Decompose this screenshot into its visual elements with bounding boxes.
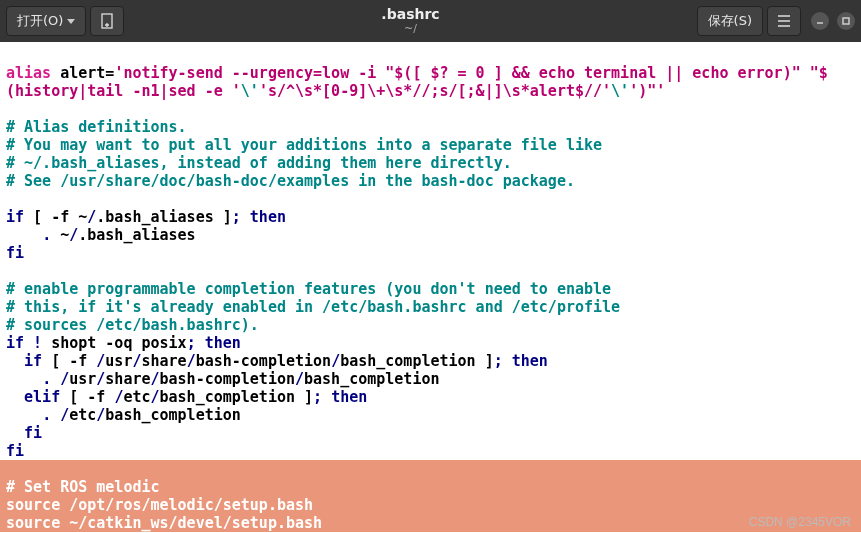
str: ')"' [629,82,665,100]
dot: . [42,226,51,244]
str: (history|tail -n1|sed -e ' [6,82,241,100]
text [6,352,24,370]
kw-if: if [6,208,24,226]
slash: / [69,226,78,244]
text: etc [123,388,150,406]
menu-button[interactable] [767,6,801,36]
text: [ -f [42,352,96,370]
kw-then: then [250,208,286,226]
titlebar: 打开(O) .bashrc ~/ 保存(S) [0,0,861,42]
watermark: CSDN @2345VOR [749,515,851,529]
text: ~ [51,226,69,244]
slash: / [87,208,96,226]
slash: / [96,370,105,388]
comment: # Alias definitions. [6,118,187,136]
window-controls [811,12,855,30]
slash: / [169,514,178,532]
text: catkin_ws [87,514,168,532]
text: setup.bash [232,514,322,532]
slash: / [96,406,105,424]
text: alert= [51,64,114,82]
esc: \' [611,82,629,100]
comment: # You may want to put all your additions… [6,136,602,154]
open-label: 打开(O) [17,12,63,30]
hamburger-icon [777,15,791,27]
maximize-button[interactable] [837,12,855,30]
slash: / [96,352,105,370]
open-button[interactable]: 打开(O) [6,6,86,36]
text: [ -f [60,388,114,406]
comment: # See /usr/share/doc/bash-doc/examples i… [6,172,575,190]
text: .bash_aliases [78,226,195,244]
text: usr [105,352,132,370]
svg-rect-1 [843,18,849,24]
slash: / [295,370,304,388]
kw-then: then [205,334,241,352]
kw-fi: fi [6,442,24,460]
dot: . [42,370,51,388]
slash: / [187,352,196,370]
maximize-icon [842,17,850,25]
text [51,370,60,388]
kw-source: source [6,496,60,514]
text: .bash_aliases ] [96,208,231,226]
slash: / [151,388,160,406]
str: 'notify-send --urgency=low -i "$([ $? = … [114,64,827,82]
comment: # this, if it's already enabled in /etc/… [6,298,620,316]
text: bash_completion [105,406,240,424]
text [6,388,24,406]
text: usr [69,370,96,388]
text [51,406,60,424]
slash: / [214,496,223,514]
save-button[interactable]: 保存(S) [697,6,763,36]
comment: # Set ROS melodic [6,478,160,496]
text [6,424,24,442]
text: melodic [151,496,214,514]
slash: / [331,352,340,370]
kw-fi: fi [6,244,24,262]
slash: / [141,496,150,514]
semi: ; [232,208,241,226]
text [60,496,69,514]
minimize-button[interactable] [811,12,829,30]
kw-if: if [24,352,42,370]
kw-elif: elif [24,388,60,406]
text: etc [69,406,96,424]
editor-content[interactable]: alias alert='notify-send --urgency=low -… [0,42,861,532]
kw-alias: alias [6,64,51,82]
text: share [141,352,186,370]
text: -oq posix [105,334,186,352]
slash: / [223,514,232,532]
text: bash-completion [196,352,331,370]
text [6,226,42,244]
semi: ; [187,334,196,352]
text: setup.bash [223,496,313,514]
new-document-button[interactable] [90,6,124,36]
text: share [105,370,150,388]
document-icon [100,13,114,29]
slash: / [151,370,160,388]
save-label: 保存(S) [708,12,752,30]
bang: ! [33,334,42,352]
comment: # enable programmable completion feature… [6,280,611,298]
text: ~ [60,514,78,532]
dot: . [42,406,51,424]
highlighted-block: # Set ROS melodic source /opt/ros/melodi… [0,460,861,532]
window-title: .bashrc [381,7,439,22]
slash: / [60,406,69,424]
text: bash_completion ] [340,352,494,370]
semi: ; [313,388,322,406]
comment: # ~/.bash_aliases, instead of adding the… [6,154,512,172]
semi: ; [494,352,503,370]
slash: / [69,496,78,514]
text: bash-completion [160,370,295,388]
str: 's/^\s*[0-9]\+\s*//;s/[;&|]\s*alert$//' [259,82,611,100]
text: [ -f ~ [24,208,87,226]
kw-then: then [331,388,367,406]
kw-then: then [512,352,548,370]
kw-if: if [6,334,24,352]
text: opt [78,496,105,514]
kw-source: source [6,514,60,532]
text [6,370,42,388]
text: devel [178,514,223,532]
